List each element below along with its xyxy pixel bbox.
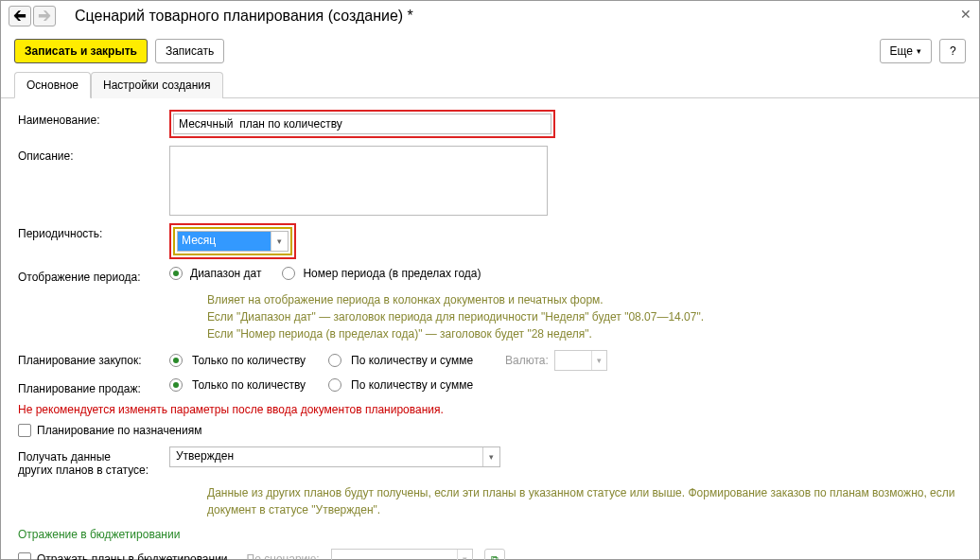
display-radio-range[interactable] [169, 267, 183, 280]
by-purpose-checkbox[interactable] [18, 424, 31, 437]
sales-label: Планирование продаж: [18, 378, 169, 395]
period-value: Месяц [178, 232, 271, 251]
display-label: Отображение периода: [18, 267, 169, 284]
budget-checkbox[interactable] [18, 552, 31, 560]
purch-radio-qty[interactable] [169, 354, 183, 367]
titlebar: 🡰 🡲 Сценарий товарного планирования (соз… [1, 1, 979, 31]
display-opt1: Диапазон дат [190, 267, 261, 280]
more-button[interactable]: Еще▾ [880, 39, 932, 63]
warning-text: Не рекомендуется изменять параметры посл… [18, 403, 962, 416]
currency-select: ▾ [554, 350, 607, 371]
toolbar: Записать и закрыть Записать Еще▾ ? [1, 31, 979, 71]
chevron-down-icon: ▾ [917, 46, 921, 56]
name-input[interactable] [173, 114, 551, 134]
tab-settings[interactable]: Настройки создания [91, 72, 223, 98]
save-button[interactable]: Записать [155, 39, 224, 63]
period-select[interactable]: Месяц ▾ [177, 231, 289, 252]
content: Наименование: Описание: Периодичность: М… [1, 98, 979, 560]
name-label: Наименование: [18, 110, 169, 127]
scenario-label: По сценарию: [247, 552, 320, 560]
desc-label: Описание: [18, 146, 169, 163]
display-hint3: Если "Номер периода (в пределах года)" —… [207, 325, 962, 342]
tab-main[interactable]: Основное [14, 72, 91, 98]
status-select[interactable]: Утвержден ▾ [169, 446, 500, 467]
nav-back-button[interactable]: 🡰 [9, 6, 31, 26]
display-hint2: Если "Диапазон дат" — заголовок периода … [207, 308, 962, 325]
chevron-down-icon[interactable]: ▾ [271, 232, 288, 251]
nav-forward-button[interactable]: 🡲 [33, 6, 56, 26]
status-value: Утвержден [170, 447, 482, 466]
close-icon[interactable]: ✕ [960, 7, 971, 22]
sales-opt2: По количеству и сумме [351, 378, 473, 392]
window-title: Сценарий товарного планирования (создани… [75, 8, 413, 25]
purch-opt1: Только по количеству [192, 354, 306, 367]
period-focus: Месяц ▾ [173, 227, 292, 255]
sales-radio-qty[interactable] [169, 378, 183, 392]
period-label: Периодичность: [18, 223, 169, 240]
other-plans-label: Получать данные других планов в статусе: [18, 446, 169, 477]
chevron-down-icon: ▾ [591, 351, 606, 370]
save-close-button[interactable]: Записать и закрыть [14, 39, 148, 63]
name-highlight [169, 110, 555, 138]
status-hint: Данные из других планов будут получены, … [207, 484, 962, 518]
display-opt2: Номер периода (в пределах года) [303, 267, 481, 280]
currency-label: Валюта: [505, 354, 549, 367]
scenario-select: ▾ [331, 549, 473, 560]
budget-section-title: Отражение в бюджетировании [18, 528, 962, 541]
by-purpose-label: Планирование по назначениям [37, 424, 201, 437]
window: 🡰 🡲 Сценарий товарного планирования (соз… [0, 0, 980, 560]
display-radio-number[interactable] [282, 267, 295, 280]
purch-label: Планирование закупок: [18, 350, 169, 367]
display-hint1: Влияет на отображение периода в колонках… [207, 291, 962, 308]
period-highlight: Месяц ▾ [169, 223, 296, 259]
scenario-open-button[interactable]: ⧉ [484, 549, 505, 560]
desc-input[interactable] [169, 146, 548, 216]
sales-radio-qtysum[interactable] [328, 378, 341, 392]
budget-check-label: Отражать планы в бюджетировании [37, 552, 228, 560]
help-button[interactable]: ? [939, 39, 966, 63]
chevron-down-icon[interactable]: ▾ [482, 447, 499, 466]
sales-opt1: Только по количеству [192, 378, 306, 392]
tabs: Основное Настройки создания [1, 71, 979, 98]
chevron-down-icon: ▾ [457, 550, 472, 560]
purch-radio-qtysum[interactable] [328, 354, 341, 367]
purch-opt2: По количеству и сумме [351, 354, 473, 367]
